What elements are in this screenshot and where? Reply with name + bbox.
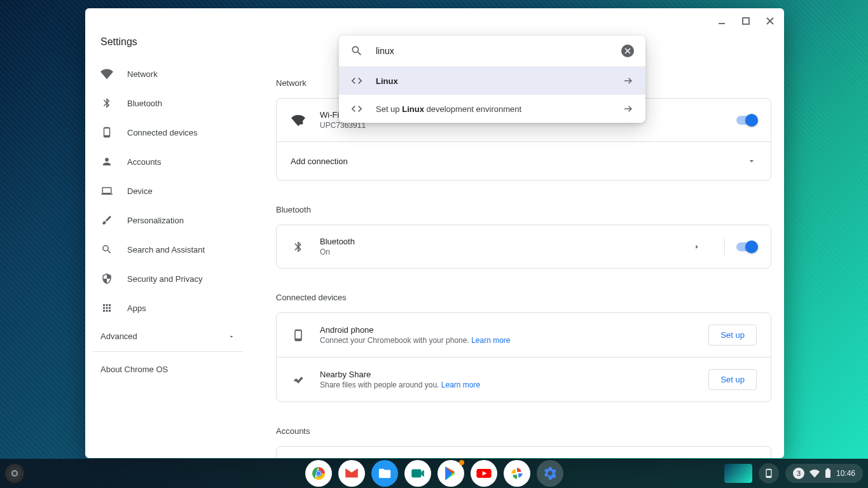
apps-icon <box>100 302 113 314</box>
sidebar-item-label: Security and Privacy <box>127 274 203 284</box>
launcher-button[interactable] <box>5 464 24 483</box>
sidebar-item-label: Network <box>127 69 158 79</box>
status-tray[interactable]: 3 10:46 <box>785 464 863 483</box>
gmail-icon[interactable] <box>338 460 365 487</box>
bluetooth-row-title: Bluetooth <box>320 237 694 246</box>
connected-card: Android phone Connect your Chromebook wi… <box>276 312 771 402</box>
sidebar-item-label: Search and Assistant <box>127 245 205 254</box>
sidebar-item-accounts[interactable]: Accounts <box>93 147 243 176</box>
clock: 10:46 <box>836 469 855 478</box>
maximize-button[interactable] <box>741 16 751 26</box>
learn-more-link[interactable]: Learn more <box>471 336 510 345</box>
chevron-down-icon <box>228 333 235 340</box>
wifi-toggle[interactable] <box>736 116 757 125</box>
meet-icon[interactable] <box>404 460 431 487</box>
play-store-icon[interactable] <box>437 460 464 487</box>
advanced-label: Advanced <box>100 331 137 341</box>
sidebar-item-connected-devices[interactable]: Connected devices <box>93 118 243 147</box>
battery-icon <box>825 468 831 478</box>
android-title: Android phone <box>320 325 708 335</box>
wallpaper-picker[interactable] <box>724 464 752 483</box>
wifi-secure-icon <box>291 113 306 127</box>
shelf-tray: 3 10:46 <box>724 463 863 484</box>
nearby-share-icon <box>291 373 306 386</box>
result-label: Linux <box>376 76 398 86</box>
bluetooth-submenu-icon[interactable] <box>694 244 700 250</box>
search-input[interactable] <box>376 46 609 56</box>
bluetooth-status: On <box>320 247 694 256</box>
divider <box>93 351 243 352</box>
shelf: 3 10:46 <box>0 459 868 488</box>
svg-rect-0 <box>743 18 749 24</box>
person-icon <box>100 155 113 168</box>
settings-icon[interactable] <box>537 460 563 487</box>
page-title: Settings <box>93 34 243 59</box>
add-connection-label: Add connection <box>291 157 348 166</box>
sidebar-item-label: Accounts <box>127 157 161 167</box>
svg-point-6 <box>316 471 320 475</box>
files-icon[interactable] <box>371 460 398 487</box>
learn-more-link[interactable]: Learn more <box>441 380 480 389</box>
search-icon <box>350 45 363 57</box>
add-connection-row[interactable]: Add connection <box>277 142 771 180</box>
sidebar-item-apps[interactable]: Apps <box>93 293 243 323</box>
sidebar-item-security-privacy[interactable]: Security and Privacy <box>93 264 243 293</box>
laptop-icon <box>100 185 113 197</box>
sidebar-item-bluetooth[interactable]: Bluetooth <box>93 88 243 118</box>
phone-icon <box>100 126 113 139</box>
chevron-down-icon <box>747 156 757 166</box>
sidebar: Settings Network Bluetooth Connected dev… <box>85 34 251 458</box>
phone-icon <box>291 329 306 342</box>
minimize-button[interactable] <box>717 16 727 26</box>
android-setup-button[interactable]: Set up <box>708 324 757 345</box>
svg-rect-10 <box>827 468 829 470</box>
clear-search-button[interactable] <box>621 45 634 57</box>
settings-window: Settings Network Bluetooth Connected dev… <box>85 8 784 458</box>
bluetooth-toggle[interactable] <box>736 242 757 251</box>
sidebar-item-label: Personalization <box>127 216 184 225</box>
arrow-right-icon <box>623 75 634 87</box>
close-button[interactable] <box>765 16 775 26</box>
bluetooth-icon <box>291 241 306 253</box>
sidebar-item-label: Apps <box>127 303 146 313</box>
section-bluetooth-title: Bluetooth <box>276 205 771 214</box>
arrow-right-icon <box>623 103 634 115</box>
wifi-icon <box>100 67 113 80</box>
nearby-setup-button[interactable]: Set up <box>708 369 757 390</box>
nearby-title: Nearby Share <box>320 370 708 379</box>
sidebar-item-device[interactable]: Device <box>93 176 243 206</box>
sidebar-advanced[interactable]: Advanced <box>93 323 243 350</box>
sidebar-item-label: Connected devices <box>127 128 198 137</box>
youtube-icon[interactable] <box>471 460 497 487</box>
sidebar-item-network[interactable]: Network <box>93 59 243 88</box>
section-accounts-title: Accounts <box>276 426 771 436</box>
svg-rect-7 <box>411 470 421 478</box>
photos-icon[interactable] <box>504 460 530 487</box>
search-icon <box>100 243 113 256</box>
accounts-card <box>276 446 771 458</box>
android-phone-row: Android phone Connect your Chromebook wi… <box>277 313 771 358</box>
bluetooth-card: Bluetooth On <box>276 225 771 268</box>
phone-hub-button[interactable] <box>759 463 779 484</box>
code-icon <box>350 102 363 115</box>
chrome-icon[interactable] <box>305 460 332 487</box>
wifi-status-icon <box>809 468 820 478</box>
nearby-share-row: Nearby Share Share files with people aro… <box>277 358 771 401</box>
sidebar-about[interactable]: About Chrome OS <box>93 356 243 383</box>
search-result-linux[interactable]: Linux <box>339 67 645 95</box>
sidebar-item-search-assistant[interactable]: Search and Assistant <box>93 235 243 264</box>
bluetooth-icon <box>100 97 113 109</box>
nearby-sub: Share files with people around you. Lear… <box>320 380 708 389</box>
search-result-linux-dev[interactable]: Set up Linux development environment <box>339 95 645 123</box>
section-connected-title: Connected devices <box>276 293 771 302</box>
sidebar-item-personalization[interactable]: Personalization <box>93 206 243 235</box>
search-bar <box>339 36 645 66</box>
shield-icon <box>100 272 113 285</box>
bluetooth-row[interactable]: Bluetooth On <box>277 225 771 268</box>
sidebar-item-label: Device <box>127 186 153 196</box>
sidebar-item-label: Bluetooth <box>127 99 162 108</box>
divider <box>724 239 725 255</box>
notification-badge: 3 <box>793 468 804 479</box>
search-overlay: Linux Set up Linux development environme… <box>339 36 645 123</box>
result-label: Set up Linux development environment <box>376 104 521 114</box>
